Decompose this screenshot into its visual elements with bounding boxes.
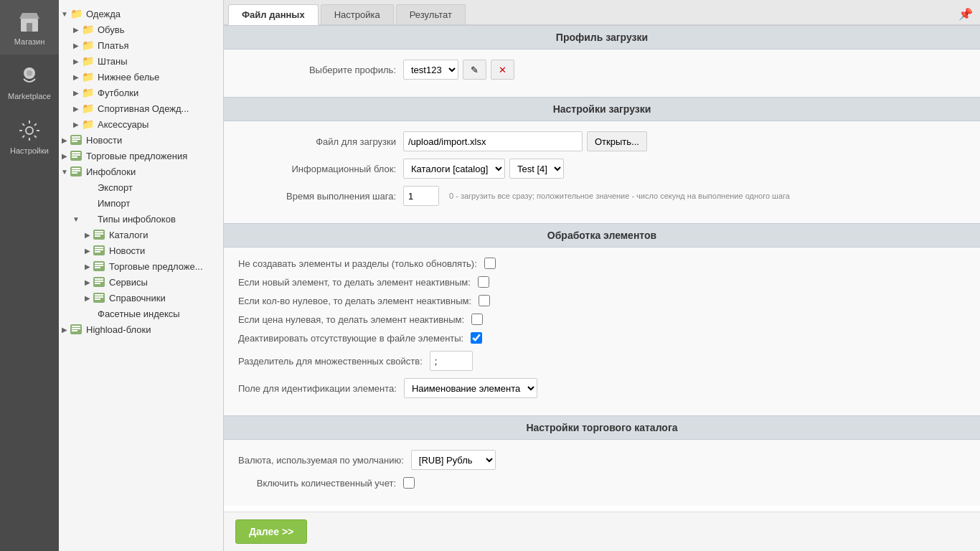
- checkbox-deactivate-missing[interactable]: [471, 332, 482, 344]
- tree-arrow-icon: [70, 308, 82, 319]
- checkbox-control-qty-zero-inactive: [479, 295, 490, 306]
- delimiter-input[interactable]: [430, 351, 473, 371]
- svg-rect-18: [95, 231, 103, 232]
- profile-select[interactable]: test123 profile2: [403, 60, 458, 80]
- infoblock-row: Информационный блок: Каталоги [catalog] …: [238, 159, 966, 179]
- sidebar-item-shop[interactable]: Магазин: [0, 0, 59, 55]
- id-field-select[interactable]: Наименование элемента XML_ID ID: [404, 378, 537, 398]
- step-input[interactable]: [403, 186, 439, 206]
- svg-rect-38: [72, 326, 80, 327]
- profile-delete-button[interactable]: ✕: [491, 60, 514, 80]
- tree-item[interactable]: ▶📁Обувь: [59, 22, 223, 37]
- svg-rect-6: [72, 136, 80, 138]
- tree-item[interactable]: ▶📁Платья: [59, 37, 223, 53]
- qty-label: Включить количественный учет:: [238, 478, 396, 489]
- tree-item[interactable]: ▼Типы инфоблоков: [59, 211, 223, 227]
- tree-item[interactable]: ▶📁Аксессуары: [59, 116, 223, 132]
- tree-item-label: Сервисы: [109, 277, 148, 288]
- svg-rect-40: [72, 330, 77, 331]
- infoblock-label: Информационный блок:: [238, 164, 396, 174]
- form-area: Профиль загрузки Выберите профиль: test1…: [224, 25, 980, 512]
- test-select[interactable]: Test [4] Test [3]: [509, 159, 564, 179]
- checkbox-control-no-create: [484, 258, 496, 269]
- list-icon: [70, 135, 83, 145]
- svg-rect-35: [95, 296, 103, 298]
- tree-item[interactable]: ▼Инфоблоки: [59, 164, 223, 179]
- svg-rect-10: [72, 152, 80, 154]
- folder-icon: 📁: [82, 119, 95, 129]
- tree-arrow-icon: ▶: [70, 55, 82, 67]
- section-processing-header: Обработка элементов: [224, 223, 980, 248]
- tab-settings[interactable]: Настройка: [321, 4, 394, 24]
- tree-item-label: Торговые предложе...: [109, 261, 203, 272]
- tree-item-label: Футболки: [98, 88, 138, 98]
- file-control: Открыть...: [403, 131, 647, 151]
- sidebar-item-settings[interactable]: Настройки: [0, 109, 59, 164]
- tree-item-label: Спортивная Одежд...: [98, 103, 189, 114]
- tree-item-label: Новости: [86, 135, 122, 146]
- svg-rect-28: [95, 267, 100, 268]
- qty-checkbox[interactable]: [403, 477, 415, 489]
- tab-file-data[interactable]: Файл данных: [228, 4, 319, 25]
- svg-rect-27: [95, 265, 103, 266]
- spacer-icon: [82, 309, 95, 319]
- checkbox-label-deactivate-missing: Деактивировать отсутствующие в файле эле…: [238, 333, 463, 344]
- tree-item[interactable]: ▶📁Спортивная Одежд...: [59, 100, 223, 116]
- tree-item[interactable]: ▶Торговые предложения: [59, 148, 223, 164]
- open-file-button[interactable]: Открыть...: [587, 131, 647, 151]
- tree-arrow-icon: ▼: [59, 8, 70, 19]
- profile-label: Выберите профиль:: [238, 65, 396, 75]
- tree-item[interactable]: ▶📁Нижнее белье: [59, 69, 223, 85]
- tree-item[interactable]: ▶Новости: [59, 242, 223, 258]
- tree-arrow-icon: [70, 197, 82, 209]
- tree-item-label: Аксессуары: [98, 119, 149, 130]
- tree-item[interactable]: ▶Highload-блоки: [59, 321, 223, 337]
- tree-item[interactable]: Фасетные индексы: [59, 306, 223, 321]
- checkbox-price-zero-inactive[interactable]: [471, 314, 483, 325]
- tree-arrow-icon: ▼: [59, 166, 70, 177]
- sidebar-item-marketplace[interactable]: Marketplace: [0, 55, 59, 109]
- tree-item[interactable]: ▼📁Одежда: [59, 6, 223, 22]
- checkbox-qty-zero-inactive[interactable]: [479, 295, 490, 306]
- tree-arrow-icon: ▶: [70, 39, 82, 51]
- tree-item-label: Типы инфоблоков: [98, 214, 176, 225]
- file-row: Файл для загрузки Открыть...: [238, 131, 966, 151]
- profile-control: test123 profile2 ✎ ✕: [403, 60, 514, 80]
- svg-rect-23: [95, 249, 103, 250]
- tree-arrow-icon: ▼: [70, 213, 82, 225]
- checkbox-no-create[interactable]: [484, 258, 496, 269]
- spacer-icon: [82, 182, 95, 192]
- svg-rect-30: [95, 278, 103, 280]
- tree-item[interactable]: ▶📁Штаны: [59, 53, 223, 69]
- section-processing-body: Не создавать элементы и разделы (только …: [224, 248, 980, 415]
- tree-item[interactable]: ▶Торговые предложе...: [59, 258, 223, 274]
- file-input[interactable]: [403, 131, 583, 151]
- svg-rect-19: [95, 233, 103, 235]
- tab-result[interactable]: Результат: [396, 4, 466, 24]
- folder-icon: 📁: [82, 24, 95, 34]
- tree-item-label: Новости: [109, 245, 145, 256]
- sidebar-item-settings-label: Настройки: [10, 146, 49, 155]
- checkbox-new-inactive[interactable]: [478, 276, 489, 288]
- tree-item[interactable]: ▶Справочники: [59, 290, 223, 306]
- marketplace-icon: [17, 63, 42, 89]
- next-button[interactable]: Далее >>: [235, 519, 307, 544]
- sidebar-item-shop-label: Магазин: [14, 37, 44, 46]
- tree-item[interactable]: ▶Сервисы: [59, 274, 223, 290]
- svg-rect-36: [95, 298, 100, 300]
- profile-edit-button[interactable]: ✎: [463, 60, 486, 80]
- svg-rect-34: [95, 294, 103, 296]
- folder-icon: 📁: [82, 40, 95, 50]
- tree-item[interactable]: Импорт: [59, 195, 223, 211]
- svg-rect-7: [72, 138, 80, 140]
- svg-rect-26: [95, 263, 103, 264]
- tree-item[interactable]: ▶Каталоги: [59, 227, 223, 242]
- tree-item[interactable]: ▶Новости: [59, 132, 223, 148]
- file-label: Файл для загрузки: [238, 136, 396, 147]
- shop-icon: [17, 9, 42, 34]
- infoblock-select[interactable]: Каталоги [catalog] Новости [news]: [403, 159, 505, 179]
- section-upload-header: Настройки загрузки: [224, 97, 980, 121]
- tree-item[interactable]: Экспорт: [59, 179, 223, 195]
- currency-select[interactable]: [RUB] Рубль [USD] Доллар [EUR] Евро: [411, 450, 496, 470]
- tree-item[interactable]: ▶📁Футболки: [59, 85, 223, 100]
